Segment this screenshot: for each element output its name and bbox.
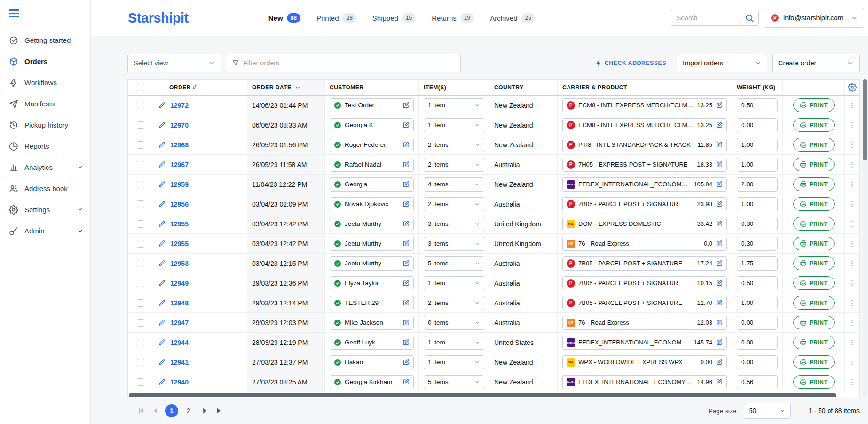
edit-customer-icon[interactable]: [402, 299, 410, 306]
column-header-weight[interactable]: WEIGHT (KG): [732, 80, 783, 95]
carrier-cell[interactable]: P 7B05 - PARCEL POST + SIGNATURE 17.24: [562, 256, 727, 271]
print-button[interactable]: PRINT: [793, 237, 835, 250]
row-menu-kebab-icon[interactable]: [848, 259, 856, 268]
row-checkbox[interactable]: [137, 378, 144, 386]
order-number-link[interactable]: 12970: [170, 121, 189, 129]
customer-cell[interactable]: Elyza Taylor: [330, 276, 414, 290]
sidebar-item-admin[interactable]: Admin: [0, 220, 90, 241]
edit-customer-icon[interactable]: [402, 339, 410, 346]
customer-cell[interactable]: Geoff Luyk: [330, 336, 414, 350]
account-dropdown[interactable]: info@starshipit.com: [765, 8, 864, 28]
items-dropdown[interactable]: 0 items: [424, 316, 484, 330]
carrier-cell[interactable]: DHL DOM - EXPRESS DOMESTIC 33.42: [562, 217, 727, 231]
weight-input[interactable]: 0.00: [737, 316, 778, 330]
check-addresses-button[interactable]: CHECK ADDRESSES: [595, 60, 666, 67]
row-checkbox[interactable]: [137, 220, 144, 228]
search-input[interactable]: [677, 14, 745, 22]
items-dropdown[interactable]: 2 items: [424, 158, 484, 172]
order-number-link[interactable]: 12955: [170, 240, 189, 248]
row-menu-kebab-icon[interactable]: [848, 279, 856, 288]
weight-input[interactable]: 0.00: [737, 118, 778, 132]
edit-customer-icon[interactable]: [402, 161, 410, 168]
print-button[interactable]: PRINT: [793, 197, 835, 211]
row-checkbox[interactable]: [137, 161, 144, 168]
items-dropdown[interactable]: 2 items: [424, 296, 484, 310]
carrier-cell[interactable]: P 7B05 - PARCEL POST + SIGNATURE 10.15: [562, 276, 727, 290]
edit-order-icon[interactable]: [158, 141, 166, 149]
edit-order-icon[interactable]: [158, 220, 166, 228]
items-dropdown[interactable]: 1 item: [424, 276, 484, 290]
column-header-order[interactable]: ORDER #: [153, 80, 247, 95]
row-checkbox[interactable]: [137, 339, 144, 346]
edit-order-icon[interactable]: [158, 161, 166, 168]
tab-printed[interactable]: Printed 28: [316, 13, 356, 23]
row-menu-kebab-icon[interactable]: [848, 378, 856, 386]
menu-hamburger-icon[interactable]: [9, 9, 19, 17]
edit-carrier-icon[interactable]: [716, 240, 723, 247]
edit-customer-icon[interactable]: [402, 121, 410, 128]
row-menu-kebab-icon[interactable]: [848, 141, 856, 149]
row-menu-kebab-icon[interactable]: [848, 121, 856, 129]
edit-carrier-icon[interactable]: [716, 200, 723, 208]
edit-customer-icon[interactable]: [402, 200, 410, 208]
tab-returns[interactable]: Returns 19: [432, 13, 474, 23]
order-number-link[interactable]: 12948: [170, 299, 189, 307]
edit-carrier-icon[interactable]: [716, 121, 723, 128]
edit-order-icon[interactable]: [158, 260, 166, 267]
customer-cell[interactable]: TESTER 29: [330, 296, 414, 310]
sidebar-item-settings[interactable]: Settings: [0, 199, 90, 220]
print-button[interactable]: PRINT: [793, 158, 835, 171]
carrier-cell[interactable]: P ECM8 - INTL EXPRESS MERCH/ECI M... 13.…: [562, 98, 727, 112]
order-number-link[interactable]: 12967: [170, 161, 189, 168]
edit-customer-icon[interactable]: [402, 181, 410, 188]
tab-new[interactable]: New 88: [268, 13, 300, 23]
weight-input[interactable]: 1.00: [737, 138, 778, 152]
edit-customer-icon[interactable]: [402, 280, 410, 287]
weight-input[interactable]: 0.56: [737, 375, 778, 389]
print-button[interactable]: PRINT: [793, 118, 835, 132]
items-dropdown[interactable]: 1 item: [424, 355, 484, 369]
print-button[interactable]: PRINT: [793, 355, 835, 369]
row-menu-kebab-icon[interactable]: [848, 160, 856, 169]
edit-carrier-icon[interactable]: [716, 299, 723, 306]
row-checkbox[interactable]: [137, 299, 144, 307]
weight-input[interactable]: 0.30: [737, 217, 778, 231]
carrier-cell[interactable]: P 7B05 - PARCEL POST + SIGNATURE 23.98: [562, 197, 727, 211]
carrier-cell[interactable]: P ECM8 - INTL EXPRESS MERCH/ECI M... 13.…: [562, 118, 727, 132]
row-checkbox[interactable]: [137, 280, 144, 287]
carrier-cell[interactable]: P PTI8 - INTL STANDARD/PACK & TRACK 11.8…: [562, 138, 727, 152]
edit-customer-icon[interactable]: [402, 102, 410, 109]
edit-carrier-icon[interactable]: [716, 102, 723, 109]
order-number-link[interactable]: 12947: [170, 319, 189, 327]
weight-input[interactable]: 0.50: [737, 98, 778, 112]
customer-cell[interactable]: Rafael Nadal: [330, 158, 414, 172]
weight-input[interactable]: 0.00: [737, 355, 778, 369]
print-button[interactable]: PRINT: [793, 276, 835, 290]
column-header-items[interactable]: ITEM(S): [419, 80, 489, 95]
edit-order-icon[interactable]: [158, 200, 166, 208]
carrier-cell[interactable]: CP 76 - Road Express 0.0: [562, 237, 727, 251]
customer-cell[interactable]: Jeetu Murthy: [330, 217, 414, 231]
search-icon[interactable]: [745, 13, 755, 23]
row-checkbox[interactable]: [137, 260, 144, 267]
edit-order-icon[interactable]: [158, 319, 166, 327]
edit-customer-icon[interactable]: [402, 319, 410, 326]
column-settings-gear-icon[interactable]: [848, 83, 857, 92]
items-dropdown[interactable]: 5 items: [424, 375, 484, 389]
customer-cell[interactable]: Georgia K: [330, 118, 414, 132]
row-checkbox[interactable]: [137, 121, 144, 129]
print-button[interactable]: PRINT: [793, 296, 835, 310]
edit-carrier-icon[interactable]: [716, 359, 723, 366]
sidebar-item-reports[interactable]: Reports: [0, 136, 90, 157]
items-dropdown[interactable]: 1 item: [424, 98, 484, 112]
next-page-button[interactable]: [200, 406, 210, 416]
horizontal-scrollbar-thumb[interactable]: [129, 393, 836, 397]
prev-page-button[interactable]: [150, 406, 160, 416]
customer-cell[interactable]: Test Order: [330, 98, 414, 112]
sidebar-item-pickup-history[interactable]: Pickup history: [0, 114, 90, 136]
edit-customer-icon[interactable]: [402, 378, 410, 385]
row-checkbox[interactable]: [137, 141, 144, 149]
weight-input[interactable]: 2.00: [737, 177, 778, 192]
weight-input[interactable]: 1.00: [737, 296, 778, 310]
carrier-cell[interactable]: FedEx FEDEX_INTERNATIONAL_ECONOMY .. 14.…: [562, 375, 727, 389]
